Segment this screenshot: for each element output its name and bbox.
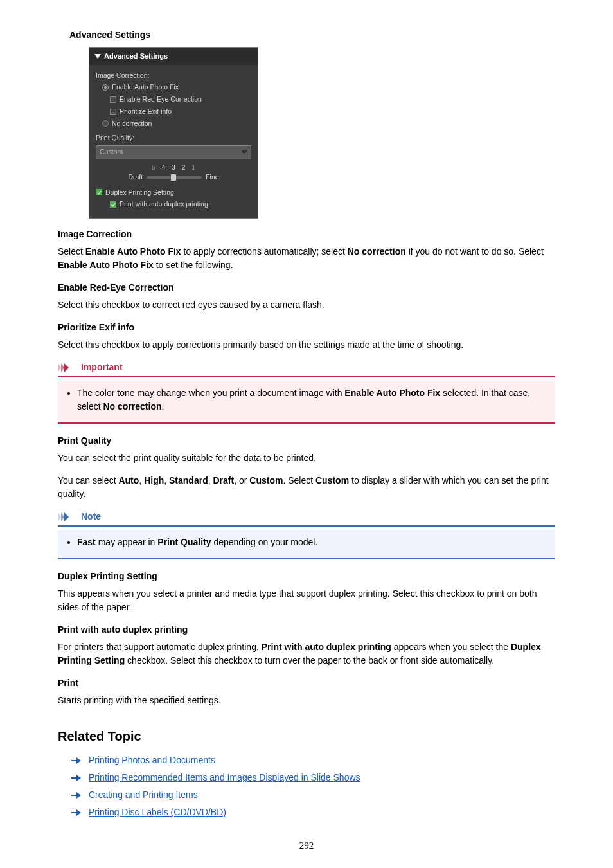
dropdown-value: Custom	[100, 147, 123, 158]
enable-red-eye-text: Select this checkbox to correct red eyes…	[58, 298, 555, 312]
print-auto-duplex-checkbox[interactable]: Print with auto duplex printing	[110, 199, 251, 210]
slider-track	[147, 176, 202, 179]
checkbox-label: Print with auto duplex printing	[120, 199, 208, 210]
link-disc-labels[interactable]: Printing Disc Labels (CD/DVD/BD)	[89, 806, 226, 819]
print-quality-text-1: You can select the print quality suitabl…	[58, 451, 555, 465]
prioritize-exif-text: Select this checkbox to apply correction…	[58, 338, 555, 352]
important-callout: Important The color tone may change when…	[58, 361, 555, 424]
arrow-right-icon	[71, 774, 82, 782]
print-auto-duplex-text: For printers that support automatic dupl…	[58, 640, 555, 667]
link-creating-printing[interactable]: Creating and Printing Items	[89, 788, 198, 802]
duplex-setting-heading: Duplex Printing Setting	[58, 570, 555, 583]
note-callout: Note Fast may appear in Print Quality de…	[58, 510, 555, 559]
collapse-triangle-icon	[94, 54, 101, 59]
duplex-setting-text: This appears when you select a printer a…	[58, 587, 555, 614]
radio-off-icon	[102, 120, 109, 127]
slider-thumb[interactable]	[171, 174, 176, 181]
radio-label: No correction	[112, 119, 152, 129]
important-heading: Important	[58, 361, 555, 374]
link-printing-recommended[interactable]: Printing Recommended Items and Images Di…	[89, 771, 360, 784]
print-auto-duplex-heading: Print with auto duplex printing	[58, 623, 555, 637]
print-quality-dropdown[interactable]: Custom	[96, 145, 251, 159]
radio-on-icon	[102, 84, 109, 91]
print-quality-text-2: You can select Auto, High, Standard, Dra…	[58, 474, 555, 501]
chevrons-icon	[58, 363, 77, 372]
checkbox-unchecked-icon	[110, 96, 116, 103]
link-printing-photos[interactable]: Printing Photos and Documents	[89, 754, 215, 767]
arrow-right-icon	[71, 757, 82, 764]
image-correction-label: Image Correction:	[96, 71, 251, 81]
advanced-settings-heading: Advanced Settings	[69, 28, 555, 42]
enable-auto-photo-fix-radio[interactable]: Enable Auto Photo Fix	[102, 82, 251, 93]
chevrons-icon	[58, 512, 77, 521]
checkbox-label: Enable Red-Eye Correction	[120, 95, 202, 105]
note-item: Fast may appear in Print Quality dependi…	[77, 536, 547, 549]
important-item: The color tone may change when you print…	[77, 386, 547, 413]
checkbox-checked-icon	[110, 201, 116, 208]
print-text: Starts printing with the specified setti…	[58, 694, 555, 707]
chevron-down-icon	[241, 150, 247, 154]
panel-title: Advanced Settings	[104, 51, 168, 62]
slider-ticks: 5 4 3 2 1	[96, 163, 251, 172]
image-correction-heading: Image Correction	[58, 228, 555, 241]
print-quality-label: Print Quality:	[96, 133, 251, 143]
related-links-list: Printing Photos and Documents Printing R…	[71, 754, 555, 819]
arrow-right-icon	[71, 809, 82, 817]
arrow-right-icon	[71, 791, 82, 799]
prioritize-exif-checkbox[interactable]: Prioritize Exif info	[110, 107, 251, 117]
related-topic-heading: Related Topic	[58, 727, 555, 746]
panel-header: Advanced Settings	[89, 48, 258, 65]
prioritize-exif-heading: Prioritize Exif info	[58, 321, 555, 334]
checkbox-label: Prioritize Exif info	[120, 107, 172, 117]
radio-label: Enable Auto Photo Fix	[112, 82, 179, 93]
slider-fine-label: Fine	[206, 172, 218, 183]
checkbox-unchecked-icon	[110, 109, 116, 115]
no-correction-radio[interactable]: No correction	[102, 119, 251, 129]
enable-red-eye-heading: Enable Red-Eye Correction	[58, 281, 555, 294]
print-quality-heading: Print Quality	[58, 434, 555, 448]
slider-draft-label: Draft	[128, 172, 143, 183]
page-number: 292	[58, 838, 555, 853]
image-correction-text: Select Enable Auto Photo Fix to apply co…	[58, 245, 555, 272]
checkbox-checked-icon	[96, 189, 102, 195]
duplex-printing-setting-checkbox[interactable]: Duplex Printing Setting	[96, 188, 251, 198]
enable-red-eye-checkbox[interactable]: Enable Red-Eye Correction	[110, 95, 251, 105]
checkbox-label: Duplex Printing Setting	[105, 188, 174, 198]
print-heading: Print	[58, 676, 555, 690]
note-heading: Note	[58, 510, 555, 523]
quality-slider[interactable]: 5 4 3 2 1 Draft Fine	[96, 163, 251, 183]
advanced-settings-panel: Advanced Settings Image Correction: Enab…	[89, 47, 258, 219]
